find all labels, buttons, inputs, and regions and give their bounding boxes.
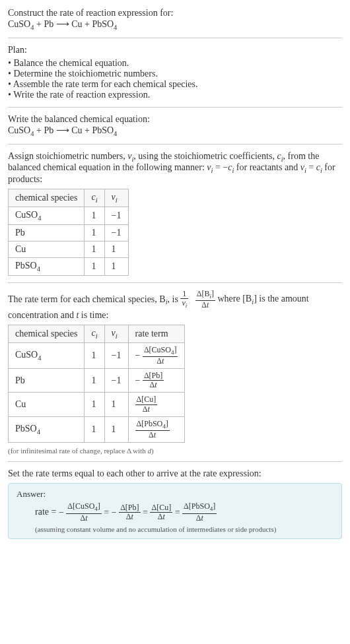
cell-ci: 1 [85, 416, 104, 442]
plan-section: Plan: Balance the chemical equation. Det… [8, 45, 342, 100]
rateterm-intro-pre: The rate term for each chemical species,… [8, 294, 166, 304]
plan-list: Balance the chemical equation. Determine… [8, 58, 342, 100]
cell-vi: −1 [104, 369, 128, 393]
answer-label: Answer: [17, 489, 333, 499]
cell-rate: Δ[PbSO4]Δt [128, 416, 185, 442]
cell-vi: 1 [104, 393, 128, 416]
cell-vi: −1 [104, 224, 128, 241]
cell-ci: 1 [85, 257, 104, 275]
answer-box: Answer: rate = − Δ[CuSO4]Δt = − Δ[Pb]Δt … [8, 483, 342, 538]
cell-ci: 1 [85, 207, 104, 224]
cell-species: Cu [9, 393, 85, 416]
divider [8, 144, 342, 145]
cell-ci: 1 [85, 342, 104, 368]
cell-species: PbSO4 [9, 257, 85, 275]
cell-species: CuSO4 [9, 207, 85, 224]
cell-rate: − Δ[CuSO4]Δt [128, 342, 185, 368]
final-heading: Set the rate terms equal to each other t… [8, 468, 342, 479]
cell-vi: 1 [104, 416, 128, 442]
cell-rate: − Δ[Pb]Δt [128, 369, 185, 393]
col-vi: νi [104, 189, 128, 207]
plan-item: Assemble the rate term for each chemical… [8, 79, 342, 90]
cell-rate: Δ[Cu]Δt [128, 393, 185, 416]
frac-num: 1 [180, 290, 188, 299]
final-section: Set the rate terms equal to each other t… [8, 468, 342, 538]
cell-ci: 1 [85, 369, 104, 393]
table-row: PbSO4 1 1 [9, 257, 129, 275]
table-row: Cu 1 1 Δ[Cu]Δt [9, 393, 185, 416]
plan-item: Write the rate of reaction expression. [8, 90, 342, 100]
table-header-row: chemical species ci νi rate term [9, 325, 185, 342]
col-vi: νi [104, 325, 128, 342]
plan-item: Determine the stoichiometric numbers. [8, 69, 342, 79]
balanced-section: Write the balanced chemical equation: Cu… [8, 114, 342, 137]
cell-ci: 1 [85, 393, 104, 416]
rate-terms-container: − Δ[CuSO4]Δt = − Δ[Pb]Δt = Δ[Cu]Δt = Δ[P… [59, 507, 217, 517]
stoich-section: Assign stoichiometric numbers, νi, using… [8, 151, 342, 276]
col-ci: ci [85, 189, 104, 207]
rateterm-frac2: Δ[Bi] Δt [195, 290, 215, 309]
divider [8, 282, 342, 283]
frac-num: Δ[Bi] [195, 290, 215, 301]
stoich-table: chemical species ci νi CuSO4 1 −1 Pb 1 −… [8, 189, 129, 275]
divider [8, 107, 342, 108]
table-row: Cu 1 1 [9, 241, 129, 257]
balanced-equation: CuSO4 + Pb ⟶ Cu + PbSO4 [8, 125, 342, 137]
rateterm-frac1: 1 νi [180, 290, 188, 309]
cell-species: Pb [9, 224, 85, 241]
divider [8, 38, 342, 38]
cell-species: PbSO4 [9, 416, 85, 442]
frac-den: νi [180, 299, 188, 309]
table-row: CuSO4 1 −1 [9, 207, 129, 224]
intro-section: Construct the rate of reaction expressio… [8, 8, 342, 31]
col-species: chemical species [9, 189, 85, 207]
cell-vi: 1 [104, 257, 128, 275]
balanced-heading: Write the balanced chemical equation: [8, 114, 342, 125]
stoich-intro: Assign stoichiometric numbers, νi, using… [8, 151, 342, 185]
cell-vi: −1 [104, 342, 128, 368]
rateterm-note: (for infinitesimal rate of change, repla… [8, 447, 342, 455]
intro-equation: CuSO4 + Pb ⟶ Cu + PbSO4 [8, 18, 342, 31]
answer-assumption: (assuming constant volume and no accumul… [17, 525, 333, 533]
intro-prompt: Construct the rate of reaction expressio… [8, 8, 342, 18]
frac-den: Δt [195, 301, 215, 309]
plan-item: Balance the chemical equation. [8, 58, 342, 69]
rate-label: rate = [35, 507, 59, 517]
cell-species: Pb [9, 369, 85, 393]
table-row: Pb 1 −1 − Δ[Pb]Δt [9, 369, 185, 393]
plan-heading: Plan: [8, 45, 342, 55]
rateterm-table: chemical species ci νi rate term CuSO4 1… [8, 325, 185, 443]
table-row: CuSO4 1 −1 − Δ[CuSO4]Δt [9, 342, 185, 368]
rateterm-intro-mid: , is [168, 294, 181, 304]
col-species: chemical species [9, 325, 85, 342]
rateterm-section: The rate term for each chemical species,… [8, 290, 342, 455]
cell-species: Cu [9, 241, 85, 257]
col-rate: rate term [128, 325, 185, 342]
answer-equation: rate = − Δ[CuSO4]Δt = − Δ[Pb]Δt = Δ[Cu]Δ… [17, 502, 333, 522]
cell-vi: −1 [104, 207, 128, 224]
cell-vi: 1 [104, 241, 128, 257]
cell-species: CuSO4 [9, 342, 85, 368]
cell-ci: 1 [85, 241, 104, 257]
table-row: PbSO4 1 1 Δ[PbSO4]Δt [9, 416, 185, 442]
rateterm-intro: The rate term for each chemical species,… [8, 290, 342, 321]
col-ci: ci [85, 325, 104, 342]
table-row: Pb 1 −1 [9, 224, 129, 241]
cell-ci: 1 [85, 224, 104, 241]
table-header-row: chemical species ci νi [9, 189, 129, 207]
divider [8, 461, 342, 462]
